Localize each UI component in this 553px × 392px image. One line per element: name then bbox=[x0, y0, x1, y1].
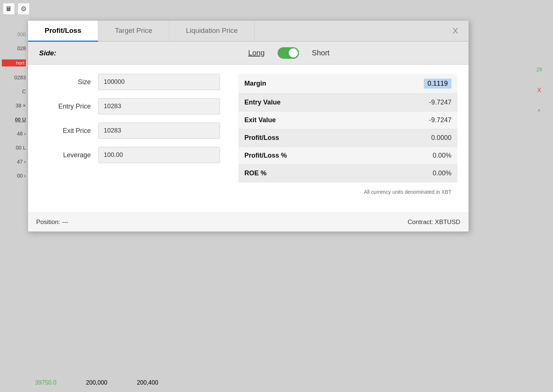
currency-note: All currency units denominated in XBT bbox=[238, 182, 457, 198]
close-button[interactable]: X bbox=[442, 21, 468, 41]
exit-price-row: Exit Price bbox=[39, 123, 220, 139]
exit-price-label: Exit Price bbox=[39, 127, 91, 135]
settings-icon[interactable]: ⚙ bbox=[18, 3, 30, 15]
sidebar-num: 47 › bbox=[2, 159, 26, 165]
short-option[interactable]: Short bbox=[312, 49, 330, 57]
bg-bottom-num1: 200,000 bbox=[86, 379, 107, 386]
size-input[interactable] bbox=[98, 74, 220, 90]
exit-price-input[interactable] bbox=[98, 123, 220, 139]
right-num-caret: ^ bbox=[538, 109, 540, 114]
entry-value-row: Entry Value -9.7247 bbox=[238, 94, 457, 111]
sidebar-num: 48 › bbox=[2, 131, 26, 137]
form-left: Size Entry Price Exit Price Leverage bbox=[39, 74, 220, 198]
entry-value-label: Entry Value bbox=[244, 99, 429, 106]
sidebar-num: 00 › bbox=[2, 173, 26, 179]
leverage-input[interactable] bbox=[98, 147, 220, 163]
toggle-knob bbox=[289, 48, 298, 58]
size-label: Size bbox=[39, 78, 91, 86]
calculator-icon[interactable]: 🖩 bbox=[3, 3, 15, 15]
exit-value-label: Exit Value bbox=[244, 116, 429, 124]
bg-bottom-num2: 200,400 bbox=[137, 379, 158, 386]
sidebar-num: 0283 bbox=[2, 75, 26, 80]
leverage-label: Leverage bbox=[39, 151, 91, 159]
side-toggle[interactable] bbox=[278, 47, 299, 59]
sidebar-num: hort bbox=[2, 59, 26, 66]
tab-bar: Profit/Loss Target Price Liquidation Pri… bbox=[28, 21, 468, 42]
calculator-modal: Profit/Loss Target Price Liquidation Pri… bbox=[28, 20, 469, 232]
profit-loss-pct-row: Profit/Loss % 0.00% bbox=[238, 147, 457, 165]
long-option[interactable]: Long bbox=[248, 49, 265, 57]
side-label: Side: bbox=[39, 49, 120, 57]
profit-loss-value: 0.0000 bbox=[431, 134, 451, 142]
tab-target-price[interactable]: Target Price bbox=[98, 21, 169, 41]
roe-pct-value: 0.00% bbox=[433, 169, 451, 177]
position-info: Position: --- bbox=[36, 219, 68, 226]
sidebar-num: 00 L bbox=[2, 145, 26, 151]
sidebar-numbers: 000 028 hort 0283 C 38 × 00 U 48 › 00 L … bbox=[0, 20, 28, 190]
right-num-x: X bbox=[537, 87, 541, 94]
size-row: Size bbox=[39, 74, 220, 90]
entry-price-label: Entry Price bbox=[39, 103, 91, 110]
margin-row: Margin 0.1119 bbox=[238, 74, 457, 94]
sidebar-num: 38 × bbox=[2, 103, 26, 109]
margin-label: Margin bbox=[244, 80, 424, 87]
leverage-row: Leverage bbox=[39, 147, 220, 163]
profit-loss-label: Profit/Loss bbox=[244, 134, 431, 142]
bottom-bar: Position: --- Contract: XBTUSD bbox=[28, 213, 468, 231]
profit-loss-pct-label: Profit/Loss % bbox=[244, 152, 433, 159]
entry-value-value: -9.7247 bbox=[429, 99, 451, 106]
sidebar-num: 028 bbox=[2, 45, 26, 51]
roe-pct-row: ROE % 0.00% bbox=[238, 165, 457, 182]
sidebar-num: C bbox=[2, 89, 26, 94]
side-row: Side: Long Short bbox=[28, 42, 468, 65]
tab-profit-loss[interactable]: Profit/Loss bbox=[28, 21, 98, 42]
right-num-1: 29 bbox=[536, 66, 542, 72]
sidebar-num: 00 U bbox=[2, 117, 26, 123]
entry-price-input[interactable] bbox=[98, 98, 220, 114]
profit-loss-row: Profit/Loss 0.0000 bbox=[238, 129, 457, 147]
roe-pct-label: ROE % bbox=[244, 169, 433, 177]
margin-value: 0.1119 bbox=[424, 79, 451, 89]
sidebar-num: 000 bbox=[2, 31, 26, 37]
results-panel: Margin 0.1119 Entry Value -9.7247 Exit V… bbox=[238, 74, 457, 198]
tab-liquidation-price[interactable]: Liquidation Price bbox=[169, 21, 255, 41]
profit-loss-pct-value: 0.00% bbox=[433, 152, 451, 159]
exit-value-row: Exit Value -9.7247 bbox=[238, 111, 457, 129]
bg-bottom-green: 39750.0 bbox=[35, 379, 56, 386]
exit-value-value: -9.7247 bbox=[429, 116, 451, 124]
contract-info: Contract: XBTUSD bbox=[408, 219, 460, 226]
entry-price-row: Entry Price bbox=[39, 98, 220, 114]
